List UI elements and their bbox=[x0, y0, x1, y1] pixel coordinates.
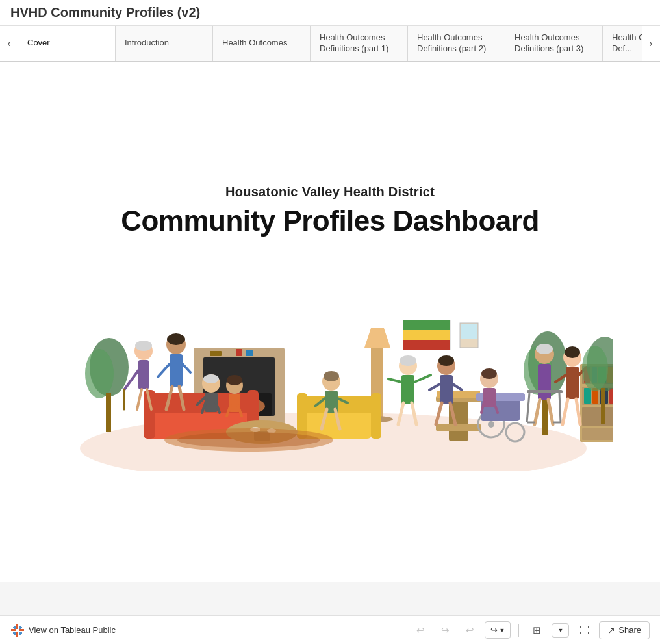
svg-rect-61 bbox=[170, 354, 183, 387]
svg-line-89 bbox=[388, 379, 401, 382]
present-dropdown-button[interactable]: ▼ bbox=[552, 623, 569, 638]
bottom-toolbar: View on Tableau Public ↩ ↪ ↩ ↪ ▼ ⊞ ▼ ⛶ ↗ bbox=[0, 615, 660, 644]
tab-cover[interactable]: Cover bbox=[18, 26, 116, 61]
share-icon: ↗ bbox=[607, 625, 615, 636]
redo-dropdown-button[interactable]: ↪ ▼ bbox=[485, 621, 511, 639]
svg-line-128 bbox=[576, 399, 580, 424]
svg-rect-51 bbox=[436, 424, 481, 431]
tabs-next-button[interactable]: › bbox=[642, 26, 660, 61]
svg-line-103 bbox=[453, 384, 462, 390]
cover-illustration bbox=[47, 263, 613, 471]
svg-rect-99 bbox=[440, 375, 453, 404]
toolbar-separator bbox=[518, 624, 519, 637]
svg-point-124 bbox=[536, 344, 553, 354]
svg-point-84 bbox=[324, 371, 339, 381]
svg-rect-144 bbox=[13, 632, 16, 634]
present-button[interactable]: ⊞ bbox=[527, 621, 546, 640]
svg-point-72 bbox=[203, 374, 219, 383]
svg-rect-116 bbox=[538, 364, 551, 400]
undo-button[interactable]: ↩ bbox=[411, 621, 430, 640]
svg-marker-25 bbox=[364, 328, 390, 348]
svg-rect-119 bbox=[527, 390, 563, 393]
svg-rect-3 bbox=[106, 393, 111, 432]
svg-point-48 bbox=[177, 432, 320, 448]
svg-point-131 bbox=[565, 346, 580, 358]
tab-health-outcomes-def-4[interactable]: Health Outcomes Def... bbox=[603, 26, 642, 61]
fullscreen-button[interactable]: ⛶ bbox=[574, 621, 594, 640]
svg-point-66 bbox=[167, 333, 185, 345]
tableau-logo-icon bbox=[10, 623, 25, 638]
svg-rect-54 bbox=[138, 360, 149, 389]
tabs-strip: ‹ Cover Introduction Health Outcomes Hea… bbox=[0, 26, 660, 62]
svg-point-2 bbox=[85, 349, 114, 398]
svg-rect-18 bbox=[584, 388, 591, 404]
tabs-list: Cover Introduction Health Outcomes Healt… bbox=[18, 26, 642, 61]
svg-rect-134 bbox=[601, 388, 605, 424]
toolbar-left-section: View on Tableau Public bbox=[10, 623, 408, 638]
svg-rect-32 bbox=[210, 351, 222, 356]
svg-point-114 bbox=[481, 368, 497, 379]
svg-rect-95 bbox=[403, 340, 450, 350]
tableau-public-link[interactable]: View on Tableau Public bbox=[10, 623, 116, 638]
tabs-prev-button[interactable]: ‹ bbox=[0, 26, 18, 61]
dashboard-subtitle: Housatonic Valley Health District bbox=[225, 185, 435, 200]
svg-rect-97 bbox=[461, 324, 477, 339]
dashboard-title: Community Profiles Dashboard bbox=[121, 205, 539, 237]
svg-line-65 bbox=[183, 364, 190, 372]
tab-introduction[interactable]: Introduction bbox=[116, 26, 213, 61]
svg-line-120 bbox=[527, 393, 529, 422]
svg-point-59 bbox=[135, 341, 152, 351]
svg-rect-135 bbox=[16, 624, 18, 629]
share-button[interactable]: ↗ Share bbox=[599, 621, 650, 639]
svg-line-117 bbox=[535, 400, 540, 424]
svg-line-127 bbox=[563, 399, 568, 424]
svg-rect-136 bbox=[16, 632, 18, 637]
main-content: Housatonic Valley Health District Commun… bbox=[0, 62, 660, 582]
tab-health-outcomes-def-1[interactable]: Health Outcomes Definitions (part 1) bbox=[311, 26, 408, 61]
svg-rect-33 bbox=[236, 349, 242, 356]
tab-health-outcomes-def-2[interactable]: Health Outcomes Definitions (part 2) bbox=[408, 26, 505, 61]
svg-rect-145 bbox=[19, 627, 22, 628]
svg-rect-11 bbox=[582, 428, 613, 440]
svg-point-77 bbox=[227, 375, 242, 385]
svg-line-64 bbox=[158, 364, 170, 377]
top-bar: HVHD Community Profiles (v2) bbox=[0, 0, 660, 26]
view-public-label: View on Tableau Public bbox=[29, 625, 116, 635]
svg-line-90 bbox=[414, 375, 431, 382]
svg-rect-34 bbox=[246, 350, 253, 356]
svg-rect-21 bbox=[609, 388, 613, 404]
svg-rect-94 bbox=[403, 330, 450, 340]
toolbar-right-section: ↩ ↪ ↩ ↪ ▼ ⊞ ▼ ⛶ ↗ Share bbox=[411, 621, 650, 640]
illustration-svg bbox=[47, 263, 613, 471]
svg-rect-86 bbox=[401, 375, 414, 404]
svg-point-91 bbox=[400, 355, 416, 366]
svg-rect-146 bbox=[19, 632, 22, 634]
share-label: Share bbox=[618, 625, 641, 635]
undo2-button[interactable]: ↩ bbox=[460, 621, 479, 640]
svg-rect-10 bbox=[582, 407, 613, 426]
svg-point-133 bbox=[582, 346, 608, 391]
svg-rect-137 bbox=[11, 629, 16, 631]
svg-line-55 bbox=[137, 389, 142, 409]
svg-line-121 bbox=[559, 393, 561, 422]
redo-button[interactable]: ↪ bbox=[435, 621, 455, 640]
svg-rect-143 bbox=[13, 627, 16, 628]
svg-line-102 bbox=[429, 384, 440, 390]
svg-rect-126 bbox=[566, 367, 579, 399]
svg-rect-93 bbox=[403, 320, 450, 330]
svg-line-118 bbox=[548, 400, 553, 424]
svg-rect-138 bbox=[19, 629, 24, 631]
svg-point-106 bbox=[488, 421, 494, 428]
page-title: HVHD Community Profiles (v2) bbox=[10, 5, 200, 19]
svg-rect-42 bbox=[371, 393, 381, 439]
svg-point-104 bbox=[438, 355, 454, 366]
tab-health-outcomes-def-3[interactable]: Health Outcomes Definitions (part 3) bbox=[505, 26, 603, 61]
tab-health-outcomes[interactable]: Health Outcomes bbox=[213, 26, 311, 61]
